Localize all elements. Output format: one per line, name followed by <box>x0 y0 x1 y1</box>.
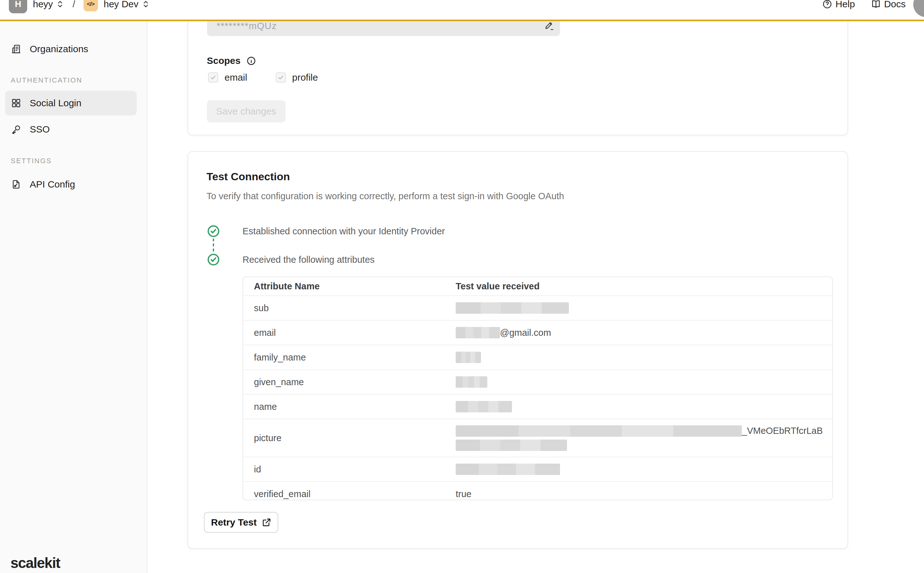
scopes-row: Scopes <box>207 55 256 67</box>
key-icon <box>11 124 22 135</box>
docs-label: Docs <box>884 0 906 9</box>
attribute-value-cell <box>456 302 569 314</box>
step-established: Established connection with your Identit… <box>242 225 445 238</box>
redacted-value <box>456 440 567 451</box>
redacted-value <box>456 425 742 437</box>
grid-icon <box>11 98 22 108</box>
docs-link[interactable]: Docs <box>871 0 906 9</box>
org-switcher[interactable]: heyy <box>33 0 53 9</box>
checkbox-email-label: email <box>225 72 247 83</box>
project-icon: </> <box>83 0 98 11</box>
redacted-value <box>456 327 500 338</box>
attribute-name-cell: email <box>243 327 456 338</box>
attribute-name-cell: name <box>243 402 456 412</box>
sidebar-item-organizations[interactable]: Organizations <box>5 39 137 59</box>
sidebar-item-label: Organizations <box>30 44 88 55</box>
table-row: picture_VMeOEbRTfcrLaB <box>243 419 832 457</box>
sidebar-item-label: API Config <box>30 179 75 190</box>
table-row: verified_emailtrue <box>243 481 832 500</box>
save-changes-label: Save changes <box>216 106 276 117</box>
external-link-icon <box>262 518 271 527</box>
info-icon[interactable] <box>246 56 256 66</box>
col-test-value: Test value received <box>456 281 539 291</box>
test-connection-card: Test Connection To verify that configura… <box>188 151 848 549</box>
attribute-name-cell: family_name <box>243 352 456 363</box>
redacted-value <box>456 302 569 314</box>
redacted-value <box>456 376 487 388</box>
breadcrumb-separator: / <box>72 0 75 9</box>
table-row: id <box>243 457 832 481</box>
checkbox-profile[interactable] <box>276 72 286 83</box>
unfold-icon[interactable] <box>56 0 64 8</box>
value-text: true <box>456 489 472 499</box>
attribute-value-cell <box>456 352 481 363</box>
attribute-name-cell: given_name <box>243 377 456 387</box>
help-icon <box>822 0 832 9</box>
redacted-value <box>456 401 512 412</box>
sidebar-item-social-login[interactable]: Social Login <box>5 91 137 116</box>
org-avatar-initial: H <box>15 0 21 9</box>
file-config-icon <box>11 179 22 190</box>
step-attributes: Received the following attributes <box>242 253 375 266</box>
scopes-checkboxes: email profile <box>208 71 318 84</box>
save-changes-button[interactable]: Save changes <box>207 100 286 122</box>
sidebar-item-label: Social Login <box>30 98 81 108</box>
attribute-value-cell: true <box>456 489 472 499</box>
project-switcher[interactable]: hey Dev <box>104 0 139 9</box>
sidebar-item-sso[interactable]: SSO <box>5 119 137 139</box>
check-icon <box>210 74 216 81</box>
topbar: H heyy / </> hey Dev Help D <box>0 0 924 20</box>
retry-test-label: Retry Test <box>211 517 257 528</box>
attribute-value-cell <box>456 401 512 412</box>
attribute-value-cell <box>456 463 560 475</box>
section-authentication: AUTHENTICATION <box>11 76 82 85</box>
check-icon <box>278 74 284 81</box>
pencil-icon <box>544 20 555 31</box>
unfold-icon[interactable] <box>142 0 150 8</box>
check-circle-icon <box>208 225 219 237</box>
checkbox-email[interactable] <box>208 72 218 83</box>
user-avatar[interactable] <box>913 0 924 17</box>
table-row: family_name <box>243 345 832 369</box>
building-icon <box>11 44 22 55</box>
client-secret-value: ********mQUz <box>217 20 277 31</box>
help-link[interactable]: Help <box>822 0 855 9</box>
attribute-name-cell: id <box>243 464 456 474</box>
attribute-name-cell: picture <box>243 433 456 443</box>
table-row: given_name <box>243 369 832 394</box>
sidebar-item-api-config[interactable]: API Config <box>5 174 137 194</box>
table-header: Attribute Name Test value received <box>243 277 832 295</box>
sidebar: Organizations AUTHENTICATION Social Logi… <box>0 21 147 573</box>
col-attribute-name: Attribute Name <box>243 281 456 291</box>
redacted-value <box>456 463 560 475</box>
breadcrumb: H heyy / </> hey Dev <box>9 0 150 20</box>
attribute-value-cell: @gmail.com <box>456 327 551 338</box>
table-row: name <box>243 394 832 419</box>
attribute-value-cell: _VMeOEbRTfcrLaB <box>456 425 823 451</box>
table-row: sub <box>243 295 832 320</box>
value-text: @gmail.com <box>500 327 551 338</box>
test-connection-title: Test Connection <box>206 169 290 183</box>
sidebar-item-label: SSO <box>30 124 50 135</box>
org-avatar[interactable]: H <box>9 0 27 13</box>
topbar-actions: Help Docs <box>822 0 906 20</box>
attribute-name-cell: sub <box>243 303 456 313</box>
attributes-table: Attribute Name Test value received subem… <box>242 276 833 500</box>
scopes-label: Scopes <box>207 55 241 66</box>
scalekit-logo: scalekit <box>11 554 60 571</box>
section-settings: SETTINGS <box>11 157 52 165</box>
attribute-value-cell <box>456 376 487 388</box>
accent-divider <box>0 20 924 21</box>
attribute-name-cell: verified_email <box>243 489 456 499</box>
attributes-table-body: subemail@gmail.comfamily_namegiven_namen… <box>243 295 832 500</box>
value-text: _VMeOEbRTfcrLaB <box>742 426 823 436</box>
check-circle-icon <box>208 254 219 266</box>
help-label: Help <box>835 0 855 9</box>
table-row: email@gmail.com <box>243 320 832 345</box>
redacted-value <box>456 352 481 363</box>
checkbox-profile-label: profile <box>292 72 318 83</box>
code-glyph: </> <box>87 1 94 8</box>
retry-test-button[interactable]: Retry Test <box>204 512 278 533</box>
docs-icon <box>871 0 881 9</box>
step-connector <box>213 238 214 252</box>
